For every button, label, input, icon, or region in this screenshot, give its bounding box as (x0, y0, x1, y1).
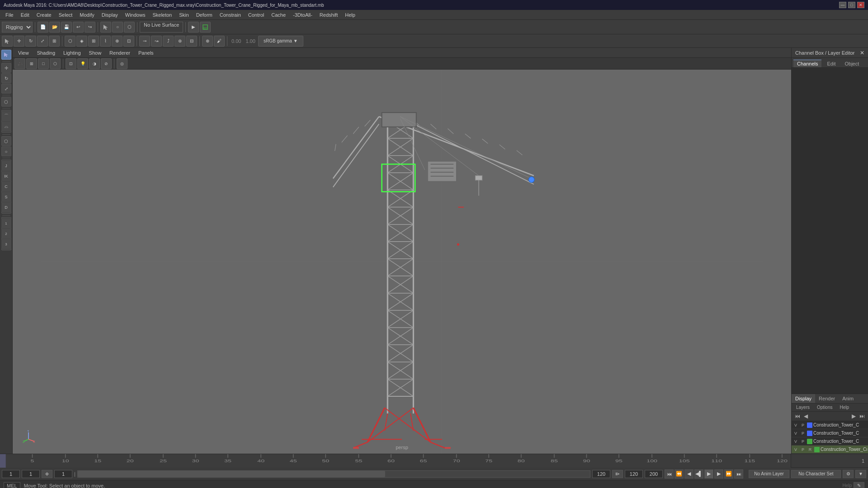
menu-cache[interactable]: Cache (268, 11, 289, 19)
mode-dropdown[interactable]: Rigging (2, 22, 33, 33)
edit-tab[interactable]: Edit (823, 60, 839, 67)
ik-spline-btn[interactable]: ⤴ (163, 36, 174, 47)
key-frame-btn[interactable] (42, 470, 52, 478)
layers-sub-help[interactable]: Help (837, 404, 852, 410)
skin-btn[interactable]: S (1, 192, 11, 202)
layer-p-btn-3[interactable]: P (800, 438, 806, 445)
minimize-button[interactable]: — (839, 2, 846, 8)
poly-btn[interactable]: ⬡ (1, 136, 11, 146)
menu-constrain[interactable]: Constrain (216, 11, 245, 19)
layer-first-btn[interactable]: ⏮ (793, 413, 802, 420)
display-3-btn[interactable]: 3 (1, 239, 11, 249)
step-fwd-btn[interactable]: ⏩ (724, 469, 733, 479)
menu-help[interactable]: Help (341, 11, 359, 19)
end-frame-input[interactable] (592, 470, 610, 478)
snap-grid-btn[interactable]: ⊞ (88, 36, 99, 47)
lattice-btn[interactable]: ⊟ (186, 36, 197, 47)
layer-next-btn[interactable]: ▶ (850, 413, 857, 420)
vp-smooth-btn[interactable]: ⬡ (50, 58, 61, 69)
menu-skeleton[interactable]: Skeleton (149, 11, 175, 19)
vp-display-btn[interactable]: ⊡ (66, 58, 76, 69)
play-back-btn[interactable]: ◀▌ (694, 469, 703, 479)
paint-weights-btn[interactable]: 🖌 (214, 36, 225, 47)
menu-display[interactable]: Display (98, 11, 122, 19)
vp-isolate-btn[interactable]: ◎ (117, 58, 127, 69)
menu-3dtoa[interactable]: -3DtoAll- (289, 11, 316, 19)
char-set-extra-btn[interactable]: ▼ (855, 470, 866, 478)
layer-p-btn-1[interactable]: P (800, 422, 806, 428)
layers-sub-layers[interactable]: Layers (793, 404, 812, 410)
char-set-options-btn[interactable]: ⚙ (843, 470, 854, 478)
go-end-btn[interactable]: ⏭ (734, 469, 743, 479)
layer-v-btn-1[interactable]: V (793, 422, 799, 428)
joint-tool-btn[interactable]: ⊸ (139, 36, 150, 47)
show-tab[interactable]: Show (864, 60, 868, 67)
layer-row-3[interactable]: V P Construction_Tower_C (792, 437, 868, 446)
timeline-ruler[interactable]: 5 10 15 20 25 30 35 40 45 50 55 60 65 (0, 454, 791, 468)
rotate-btn[interactable]: ↻ (25, 36, 36, 47)
layers-sub-options[interactable]: Options (814, 404, 835, 410)
render-btn[interactable]: ▶ (188, 22, 199, 33)
vp-menu-renderer[interactable]: Renderer (106, 49, 134, 56)
paint-btn[interactable]: ⬡ (124, 22, 135, 33)
open-scene-btn[interactable]: 📂 (49, 22, 60, 33)
vp-wireframe-btn[interactable]: □ (38, 58, 49, 69)
layer-v-btn-3[interactable]: V (793, 438, 799, 445)
menu-deform[interactable]: Deform (193, 11, 216, 19)
display-2-btn[interactable]: 2 (1, 229, 11, 239)
layer-v-btn-2[interactable]: V (793, 430, 799, 436)
move-btn[interactable]: ✛ (14, 36, 24, 47)
render-tab[interactable]: Render (815, 394, 839, 403)
menu-modify[interactable]: Modify (76, 11, 98, 19)
menu-select[interactable]: Select (55, 11, 76, 19)
rotate-tool-btn[interactable]: ↻ (1, 73, 11, 83)
vp-camera-btn[interactable]: 🎥 (14, 58, 25, 69)
mel-label[interactable]: MEL (4, 482, 20, 488)
move-tool-btn[interactable]: ✛ (1, 63, 11, 73)
range-slider[interactable] (77, 470, 590, 478)
layer-last-btn[interactable]: ⏭ (858, 413, 866, 420)
menu-control[interactable]: Control (245, 11, 268, 19)
scale-btn[interactable]: ⤢ (37, 36, 48, 47)
vp-menu-lighting[interactable]: Lighting (60, 49, 85, 56)
lasso-btn[interactable]: ○ (112, 22, 123, 33)
vp-shadow-btn[interactable]: ◑ (89, 58, 100, 69)
range-end-marker[interactable]: ⧐ (612, 470, 623, 478)
menu-windows[interactable]: Windows (122, 11, 149, 19)
maximize-button[interactable]: □ (848, 2, 855, 8)
layer-p-btn-2[interactable]: P (800, 430, 806, 436)
vp-xray-btn[interactable]: ⊘ (101, 58, 112, 69)
layer-prev-btn[interactable]: ◀ (802, 413, 809, 420)
close-button[interactable]: ✕ (857, 2, 864, 8)
skin-weight-btn[interactable]: ⊕ (202, 36, 213, 47)
play-fwd-btn[interactable]: ▶ (704, 469, 713, 479)
new-scene-btn[interactable]: 📄 (38, 22, 48, 33)
symmetry-btn[interactable]: ◈ (76, 36, 87, 47)
menu-skin[interactable]: Skin (175, 11, 192, 19)
ep-curve-btn[interactable]: ⌓ (1, 122, 11, 131)
deform-btn[interactable]: D (1, 202, 11, 212)
vp-menu-panels[interactable]: Panels (135, 49, 157, 56)
prev-frame-btn[interactable]: ◀ (684, 469, 693, 479)
menu-redshift[interactable]: Redshift (316, 11, 341, 19)
universal-manip-btn[interactable]: ⊞ (49, 36, 60, 47)
snap-point-btn[interactable]: ⊕ (112, 36, 123, 47)
ipr-btn[interactable]: ipr (200, 22, 211, 33)
select-mode-btn[interactable] (100, 22, 111, 33)
menu-create[interactable]: Create (33, 11, 55, 19)
start-frame-input[interactable] (2, 470, 20, 478)
range-max-input[interactable] (645, 470, 663, 478)
script-editor-btn[interactable]: ✎ (854, 482, 864, 488)
control-btn[interactable]: C (1, 182, 11, 192)
save-scene-btn[interactable]: 💾 (61, 22, 72, 33)
viewport-canvas[interactable]: persp Y X Z (13, 70, 791, 454)
snap-view-btn[interactable]: ⊡ (123, 36, 134, 47)
ik-btn[interactable]: IK (1, 171, 11, 181)
channels-tab[interactable]: Channels (793, 60, 821, 67)
curve-btn[interactable]: ⌒ (1, 111, 11, 121)
layer-row-2[interactable]: V P Construction_Tower_C (792, 429, 868, 437)
anim-layer-btn[interactable]: No Anim Layer (749, 470, 789, 478)
menu-edit[interactable]: Edit (17, 11, 33, 19)
anim-tab[interactable]: Anim (839, 394, 857, 403)
no-char-set-btn[interactable]: No Character Set (791, 470, 841, 478)
